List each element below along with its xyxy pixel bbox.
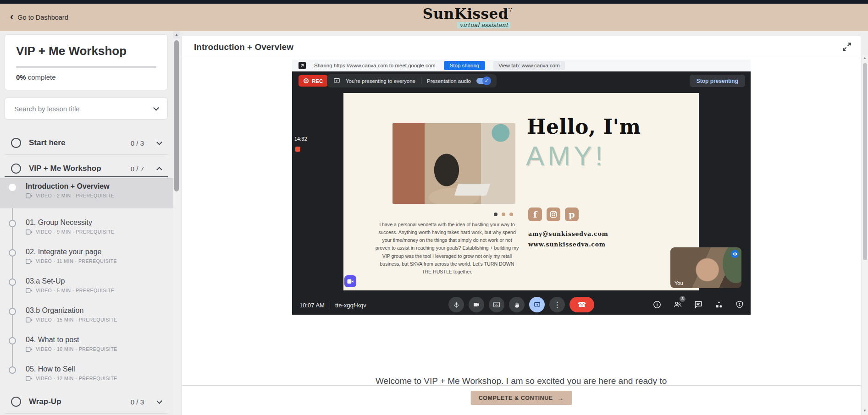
sidebar-section-wrap-up[interactable]: Wrap-Up 0 / 3 bbox=[5, 390, 168, 413]
lesson-search-input[interactable]: Search by lesson title bbox=[5, 98, 168, 120]
expand-fullscreen-button[interactable] bbox=[841, 41, 852, 52]
screen-share-icon bbox=[299, 62, 306, 69]
progress-label: complete bbox=[28, 73, 56, 81]
brand-subtitle: virtual assistant bbox=[457, 22, 510, 28]
search-dropdown-chevron-icon[interactable] bbox=[153, 105, 159, 111]
scroll-up-arrow-icon[interactable]: ▲ bbox=[862, 55, 868, 61]
lesson-title: 05. How to Sell bbox=[26, 365, 169, 373]
meeting-details-button[interactable] bbox=[652, 300, 662, 309]
camera-button[interactable] bbox=[469, 297, 484, 312]
microphone-button[interactable] bbox=[448, 297, 464, 312]
progress-bar bbox=[16, 66, 156, 68]
pill-separator bbox=[421, 77, 421, 84]
sidebar-divider bbox=[5, 154, 168, 155]
chat-button[interactable] bbox=[694, 300, 703, 309]
toggle-check-icon: ✓ bbox=[482, 76, 491, 85]
app-header: ‹ Go to Dashboard SunKissed∵ virtual ass… bbox=[0, 4, 868, 31]
lesson-item-set-up[interactable]: 03.a Set-Up VIDEO · 5 MIN · PREREQUISITE bbox=[0, 273, 173, 302]
carousel-dot[interactable] bbox=[502, 213, 505, 216]
presentation-audio-toggle[interactable]: ✓ bbox=[476, 78, 490, 84]
lesson-item-what-to-post[interactable]: 04. What to post VIDEO · 10 MIN · PREREQ… bbox=[0, 332, 173, 361]
end-call-button[interactable]: ☎ bbox=[569, 297, 594, 312]
presentation-audio-label: Presentation audio bbox=[427, 78, 471, 84]
lesson-title: Introduction + Overview bbox=[26, 182, 169, 191]
view-tab-button[interactable]: View tab: www.canva.com bbox=[493, 61, 564, 70]
lesson-video[interactable]: Sharing https://www.canva.com to meet.go… bbox=[292, 60, 751, 315]
meeting-info: 10:07 AM tte-xgqf-kqv bbox=[299, 301, 366, 309]
stop-sharing-button[interactable]: Stop sharing bbox=[444, 61, 486, 70]
lesson-status-circle bbox=[9, 220, 16, 227]
sidebar-section-start-here[interactable]: Start here 0 / 3 bbox=[5, 131, 168, 154]
sharing-status-text: Sharing https://www.canva.com to meet.go… bbox=[314, 63, 436, 68]
chat-icon bbox=[694, 300, 703, 309]
lesson-item-organization[interactable]: 03.b Organization VIDEO · 15 MIN · PRERE… bbox=[0, 302, 173, 332]
carousel-dots bbox=[494, 213, 513, 216]
activities-button[interactable] bbox=[714, 300, 724, 309]
slide-email: amy@sunkissedva.com bbox=[528, 229, 608, 239]
page-scrollbar-thumb[interactable] bbox=[863, 63, 867, 260]
present-now-button[interactable] bbox=[529, 297, 545, 312]
lesson-panel: Introduction + Overview Sharing https://… bbox=[182, 36, 861, 415]
lesson-item-introduction-overview[interactable]: Introduction + Overview VIDEO · 2 MIN · … bbox=[0, 178, 173, 208]
back-link-label: Go to Dashboard bbox=[17, 14, 68, 21]
lesson-item-group-necessity[interactable]: 01. Group Necessity VIDEO · 9 MIN · PRER… bbox=[0, 214, 173, 244]
lesson-footer-bar: COMPLETE & CONTINUE → bbox=[182, 385, 861, 415]
self-view-thumbnail[interactable]: You bbox=[670, 247, 741, 288]
sidebar-scrollbar[interactable]: ▲ bbox=[173, 31, 180, 415]
go-to-dashboard-link[interactable]: ‹ Go to Dashboard bbox=[10, 4, 68, 31]
chevron-up-icon[interactable] bbox=[156, 167, 162, 173]
chevron-down-icon[interactable] bbox=[156, 398, 162, 404]
meet-call-controls: CC ⋮ ☎ bbox=[448, 297, 594, 312]
captions-button[interactable]: CC bbox=[489, 297, 504, 312]
section-progress-circle bbox=[11, 164, 21, 174]
presenting-status-pill: You're presenting to everyone Presentati… bbox=[327, 74, 497, 87]
shield-icon bbox=[735, 300, 744, 309]
chevron-down-icon[interactable] bbox=[156, 139, 162, 145]
more-options-button[interactable]: ⋮ bbox=[549, 297, 565, 312]
audio-active-indicator-icon bbox=[731, 250, 739, 258]
sidebar-scrollbar-thumb[interactable] bbox=[174, 40, 179, 191]
carousel-dot-active[interactable] bbox=[494, 213, 498, 216]
lesson-meta: VIDEO · 2 MIN · PREREQUISITE bbox=[36, 193, 115, 198]
scroll-down-arrow-icon[interactable]: ▼ bbox=[862, 408, 868, 414]
video-camera-icon bbox=[26, 288, 33, 293]
canva-camera-button[interactable] bbox=[344, 275, 356, 287]
sidebar-divider-dark bbox=[5, 176, 168, 177]
complete-continue-button[interactable]: COMPLETE & CONTINUE → bbox=[471, 391, 572, 405]
section-label: Start here bbox=[29, 138, 123, 147]
lesson-meta: VIDEO · 15 MIN · PREREQUISITE bbox=[36, 317, 117, 322]
course-progress-card: VIP + Me Workshop 0%complete bbox=[5, 34, 168, 90]
raise-hand-button[interactable] bbox=[509, 297, 525, 312]
scroll-up-arrow-icon[interactable]: ▲ bbox=[173, 31, 180, 38]
lesson-title: 03.b Organization bbox=[26, 306, 169, 315]
carousel-dot[interactable] bbox=[509, 213, 513, 216]
section-label: Wrap-Up bbox=[29, 397, 123, 406]
lesson-status-circle bbox=[9, 366, 16, 374]
search-placeholder: Search by lesson title bbox=[14, 105, 80, 113]
lesson-status-circle bbox=[9, 337, 16, 344]
video-camera-icon bbox=[26, 229, 33, 235]
presentation-slide: I have a personal vendetta with the idea… bbox=[343, 93, 699, 290]
lesson-item-how-to-sell[interactable]: 05. How to Sell VIDEO · 12 MIN · PREREQU… bbox=[0, 361, 173, 390]
lesson-status-circle bbox=[9, 308, 16, 315]
brand-title: SunKissed bbox=[423, 5, 509, 22]
meeting-time: 10:07 AM bbox=[299, 302, 325, 309]
recording-stop-square[interactable] bbox=[295, 147, 300, 152]
browser-share-notification-bar: Sharing https://www.canva.com to meet.go… bbox=[292, 60, 751, 71]
section-count: 0 / 7 bbox=[131, 165, 144, 173]
section-count: 0 / 3 bbox=[131, 398, 144, 406]
course-title: VIP + Me Workshop bbox=[16, 44, 156, 58]
browser-edge-strip bbox=[0, 0, 868, 4]
arrow-right-icon: → bbox=[557, 394, 564, 402]
recording-badge: REC bbox=[299, 75, 328, 87]
separator bbox=[330, 301, 330, 309]
participants-count-badge: 3 bbox=[680, 296, 686, 302]
host-controls-button[interactable] bbox=[735, 300, 744, 309]
presenting-text: You're presenting to everyone bbox=[346, 78, 415, 84]
stop-presenting-button[interactable]: Stop presenting bbox=[690, 75, 745, 87]
lesson-item-integrate-your-page[interactable]: 02. Integrate your page VIDEO · 11 MIN ·… bbox=[0, 244, 173, 273]
lesson-status-circle bbox=[9, 184, 16, 191]
section-count: 0 / 3 bbox=[131, 139, 144, 147]
participants-button[interactable]: 3 bbox=[673, 300, 682, 309]
page-scrollbar[interactable]: ▲ ▼ bbox=[861, 55, 868, 415]
